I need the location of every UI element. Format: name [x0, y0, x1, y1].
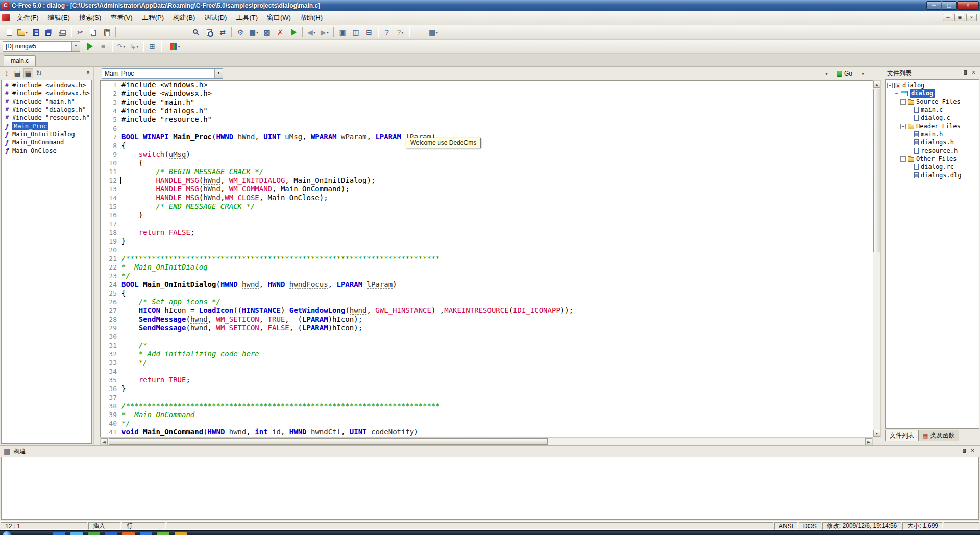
symbol-item[interactable]: ##include <windowsx.h> [2, 89, 91, 98]
tree-expander-icon[interactable]: − [887, 83, 893, 88]
scroll-right-icon[interactable]: ▶ [865, 438, 872, 445]
rebuild-button[interactable]: ▩ [261, 26, 273, 38]
tree-item[interactable]: dialog.rc [886, 163, 979, 171]
taskbar-app-4[interactable] [105, 532, 117, 535]
navigate-forward-button[interactable]: ▶▾ [318, 26, 331, 38]
tile-windows-button[interactable]: ◫ [350, 26, 362, 38]
vertical-scrollbar[interactable]: ▲ ▼ [873, 80, 881, 437]
taskbar-app-3[interactable] [88, 532, 100, 535]
menu-item-10[interactable]: 帮助(H) [296, 11, 327, 25]
close-button[interactable]: × [957, 1, 979, 10]
go-button[interactable]: Go [834, 68, 855, 79]
tree-item[interactable]: main.c [886, 106, 979, 114]
save-file-button[interactable] [30, 26, 42, 38]
taskbar-app-2[interactable] [70, 532, 83, 535]
help-button[interactable]: ? [381, 26, 393, 38]
close-icon[interactable]: × [84, 69, 92, 77]
panel-tab[interactable]: 文件列表 [885, 430, 919, 441]
symbol-item[interactable]: ƒMain_OnCommand [2, 138, 91, 147]
stop-build-button[interactable]: ✗ [274, 26, 286, 38]
mdi-restore-button[interactable]: ▣ [954, 14, 965, 21]
menu-item-4[interactable]: 查看(V) [106, 11, 137, 25]
extra-tools-button[interactable]: ▤▾ [427, 26, 439, 38]
step-into-button[interactable]: ↳▾ [128, 40, 140, 53]
symbol-item[interactable]: ##include "resource.h" [2, 114, 91, 122]
menu-item-7[interactable]: 调试(D) [200, 11, 231, 25]
start-button[interactable] [3, 531, 11, 535]
sort-symbols-button[interactable]: ↕ [2, 68, 12, 78]
tree-item[interactable]: −Other Files [886, 155, 979, 163]
split-window-button[interactable]: ⊟ [363, 26, 375, 38]
menu-item-1[interactable]: 文件(F) [12, 11, 43, 25]
close-icon[interactable]: × [969, 448, 976, 455]
chevron-down-icon[interactable]: ▾ [214, 69, 223, 78]
horizontal-scrollbar[interactable]: ◀ ▶ [100, 437, 873, 445]
tree-item[interactable]: −dialog [886, 81, 979, 89]
tree-item[interactable]: −Source Files [886, 98, 979, 106]
editor-tab[interactable]: main.c [4, 55, 36, 66]
run-program-button[interactable] [287, 26, 300, 38]
panel-tab[interactable]: ▦类及函数 [918, 430, 959, 441]
tree-item[interactable]: dialog.c [886, 114, 979, 122]
scroll-left-icon[interactable]: ◀ [101, 438, 108, 445]
symbol-item[interactable]: ##include "main.h" [2, 98, 91, 106]
tree-item[interactable]: −Header Files [886, 122, 979, 130]
stop-execution-button[interactable]: ■ [97, 40, 109, 53]
tree-expander-icon[interactable]: − [894, 91, 899, 96]
taskbar-app-6[interactable] [140, 532, 152, 535]
chevron-down-icon[interactable]: ▾ [71, 42, 80, 51]
context-help-button[interactable]: ?▾ [394, 26, 406, 38]
symbol-item[interactable]: ƒMain_OnClose [2, 147, 91, 155]
tree-item[interactable]: main.h [886, 130, 979, 138]
compile-button[interactable]: ⚙ [234, 26, 247, 38]
save-all-button[interactable] [43, 26, 55, 38]
menu-item-3[interactable]: 搜索(S) [75, 11, 106, 25]
symbol-item[interactable]: ƒMain_OnInitDialog [2, 130, 91, 138]
replace-button[interactable]: ⇄ [216, 26, 229, 38]
build-output[interactable] [1, 457, 979, 520]
tree-expander-icon[interactable]: − [900, 124, 906, 129]
pin-icon[interactable] [961, 448, 967, 454]
plugins-button[interactable]: ▾ [169, 40, 181, 53]
code-editor[interactable]: 1#include <windows.h>2#include <windowsx… [100, 80, 873, 437]
mdi-minimize-button[interactable]: ─ [943, 14, 953, 21]
symbol-item[interactable]: ##include <windows.h> [2, 81, 91, 89]
tree-expander-icon[interactable]: − [900, 156, 906, 162]
vertical-scroll-thumb[interactable] [873, 89, 880, 252]
go-options-button[interactable]: ▾ [856, 67, 869, 80]
menu-item-9[interactable]: 窗口(W) [262, 11, 296, 25]
symbol-item[interactable]: ƒMain_Proc [2, 122, 91, 130]
copy-button[interactable] [87, 26, 100, 38]
close-icon[interactable]: × [970, 69, 977, 77]
tree-item[interactable]: resource.h [886, 147, 979, 155]
menu-item-2[interactable]: 编辑(E) [43, 11, 75, 25]
new-file-button[interactable] [3, 26, 15, 38]
find-button[interactable] [190, 26, 202, 38]
group-symbols-button[interactable]: ▤ [12, 68, 22, 78]
open-file-button[interactable]: ▾ [16, 26, 29, 38]
scroll-down-icon[interactable]: ▼ [873, 430, 880, 437]
mdi-close-button[interactable]: × [966, 14, 977, 21]
list-view-button[interactable]: ▦ [23, 68, 33, 78]
minimize-button[interactable]: ─ [926, 1, 941, 10]
step-over-button[interactable]: ↷▾ [115, 40, 127, 53]
pin-icon[interactable] [962, 70, 968, 76]
horizontal-scroll-thumb[interactable] [109, 438, 548, 445]
refresh-symbols-button[interactable]: ↻ [34, 68, 44, 78]
run-button[interactable] [84, 40, 96, 53]
tree-expander-icon[interactable]: − [900, 99, 906, 105]
cascade-windows-button[interactable]: ▣ [336, 26, 349, 38]
tree-item[interactable]: −dialog [886, 89, 979, 98]
menu-item-5[interactable]: 工程(P) [137, 11, 168, 25]
maximize-button[interactable]: ▢ [942, 1, 957, 10]
navigate-back-button[interactable]: ◀▾ [305, 26, 317, 38]
symbol-item[interactable]: ##include "dialogs.h" [2, 106, 91, 114]
scroll-up-icon[interactable]: ▲ [873, 81, 880, 88]
cut-button[interactable]: ✂ [74, 26, 86, 38]
tree-item[interactable]: dialogs.dlg [886, 171, 979, 179]
taskbar-app-8[interactable] [175, 532, 187, 535]
build-button[interactable]: ▦▾ [248, 26, 260, 38]
taskbar-app-5[interactable] [122, 532, 135, 535]
function-combo[interactable]: Main_Proc ▾ [102, 68, 223, 79]
debug-windows-button[interactable]: ⊞ [146, 40, 158, 53]
